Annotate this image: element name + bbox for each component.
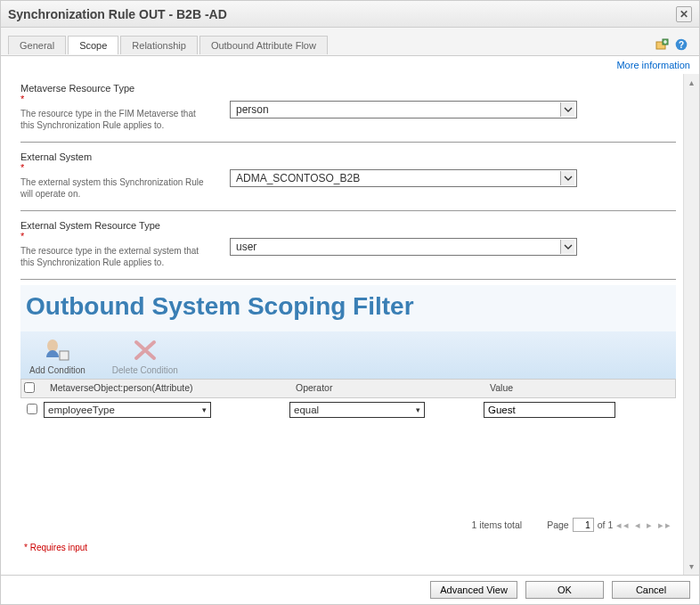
required-marker: * — [20, 231, 212, 241]
page-of: of 1 — [598, 519, 614, 530]
chevron-down-icon — [560, 102, 574, 117]
delete-condition-icon — [129, 337, 161, 364]
tab-relationship[interactable]: Relationship — [120, 36, 198, 54]
tab-general[interactable]: General — [8, 36, 66, 54]
help-icon[interactable]: ? — [674, 37, 688, 52]
add-condition-icon — [41, 337, 73, 364]
tab-scope[interactable]: Scope — [68, 36, 118, 54]
col-operator: Operator — [290, 380, 484, 397]
add-condition-button[interactable]: Add Condition — [29, 337, 85, 375]
scroll-area: Metaverse Resource Type * The resource t… — [1, 74, 683, 575]
cancel-button[interactable]: Cancel — [612, 581, 690, 599]
filter-header: Outbound System Scoping Filter — [20, 285, 676, 331]
field-desc: The external system this Synchronization… — [20, 176, 212, 200]
more-information-link[interactable]: More information — [616, 60, 690, 70]
field-external-system: External System * The external system th… — [20, 143, 676, 211]
content-area: Metaverse Resource Type * The resource t… — [1, 74, 699, 575]
select-value: ADMA_SCONTOSO_B2B — [236, 172, 560, 184]
info-bar: More information — [1, 56, 699, 74]
grid-header: MetaverseObject:person(Attribute) Operat… — [20, 379, 676, 398]
scroll-down-icon[interactable]: ▾ — [689, 561, 694, 571]
col-value: Value — [484, 380, 675, 397]
tabbar: General Scope Relationship Outbound Attr… — [1, 28, 699, 56]
pager-nav[interactable]: ◂◂ ◂ ▸ ▸▸ — [616, 519, 672, 530]
operator-select[interactable]: equal ▾ — [289, 402, 425, 418]
filter-toolbar: Add Condition Delete Condition — [20, 331, 676, 379]
dialog-footer: Advanced View OK Cancel — [1, 575, 699, 604]
close-button[interactable]: ✕ — [676, 6, 692, 22]
svg-text:?: ? — [679, 39, 684, 49]
value-input[interactable] — [484, 402, 615, 418]
required-marker: * — [20, 94, 212, 104]
tool-label: Delete Condition — [112, 365, 178, 375]
scroll-up-icon[interactable]: ▴ — [689, 78, 694, 87]
titlebar: Synchronization Rule OUT - B2B -AD ✕ — [1, 1, 699, 28]
condition-row: employeeType ▾ equal ▾ — [20, 398, 676, 421]
tool-label: Add Condition — [29, 365, 85, 375]
field-metaverse-resource-type: Metaverse Resource Type * The resource t… — [20, 74, 676, 143]
chevron-down-icon: ▾ — [198, 405, 210, 414]
add-folder-icon[interactable] — [655, 37, 669, 52]
field-desc: The resource type in the external system… — [20, 245, 212, 268]
dialog-title: Synchronization Rule OUT - B2B -AD — [8, 7, 676, 21]
page-label: Page — [547, 519, 569, 530]
col-attribute: MetaverseObject:person(Attribute) — [45, 380, 290, 397]
field-label: External System — [20, 151, 212, 162]
field-label: Metaverse Resource Type — [20, 83, 212, 94]
select-value: employeeType — [48, 405, 198, 415]
external-system-select[interactable]: ADMA_SCONTOSO_B2B — [230, 169, 577, 187]
requires-input-note: * Requires input — [20, 539, 676, 560]
select-value: equal — [294, 405, 411, 415]
row-checkbox[interactable] — [27, 404, 37, 414]
select-value: person — [236, 103, 560, 116]
close-icon: ✕ — [680, 8, 688, 20]
tab-toolbar: ? — [655, 37, 692, 52]
chevron-down-icon — [560, 171, 574, 185]
chevron-down-icon — [560, 240, 574, 254]
chevron-down-icon: ▾ — [411, 405, 424, 414]
ok-button[interactable]: OK — [525, 581, 604, 599]
field-desc: The resource type in the FIM Metaverse t… — [20, 108, 212, 131]
svg-rect-5 — [60, 351, 69, 360]
field-external-system-resource-type: External System Resource Type * The reso… — [20, 211, 676, 280]
svg-point-4 — [47, 339, 58, 352]
select-value: user — [236, 241, 560, 253]
external-system-resource-type-select[interactable]: user — [230, 238, 577, 256]
required-marker: * — [20, 162, 212, 173]
select-all-checkbox[interactable] — [24, 382, 35, 393]
tab-outbound-attribute-flow[interactable]: Outbound Attribute Flow — [199, 36, 328, 54]
metaverse-resource-type-select[interactable]: person — [230, 101, 577, 119]
scoping-filter-section: Outbound System Scoping Filter Add Condi… — [20, 285, 676, 539]
filter-title: Outbound System Scoping Filter — [26, 292, 667, 321]
advanced-view-button[interactable]: Advanced View — [430, 581, 517, 599]
field-label: External System Resource Type — [20, 220, 212, 231]
dialog: Synchronization Rule OUT - B2B -AD ✕ Gen… — [0, 0, 700, 605]
delete-condition-button: Delete Condition — [112, 337, 178, 375]
conditions-grid: MetaverseObject:person(Attribute) Operat… — [20, 379, 676, 421]
vertical-scrollbar[interactable]: ▴ ▾ — [683, 74, 699, 575]
page-input[interactable] — [573, 518, 594, 532]
pager: 1 items total Page of 1 ◂◂ ◂ ▸ ▸▸ — [20, 511, 676, 539]
attribute-select[interactable]: employeeType ▾ — [44, 402, 211, 418]
items-total: 1 items total — [472, 519, 523, 530]
